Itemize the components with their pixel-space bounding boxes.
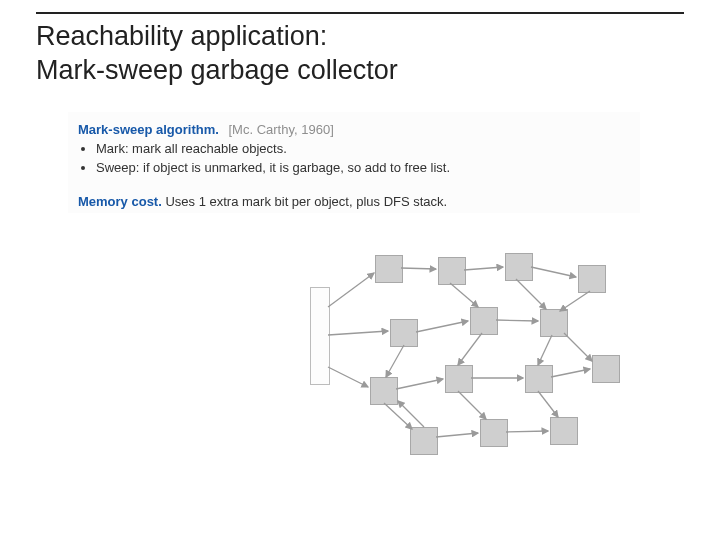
graph-node <box>470 307 498 335</box>
svg-line-6 <box>450 283 478 307</box>
algorithm-heading: Mark-sweep algorithm. [Mc. Carthy, 1960] <box>78 122 630 137</box>
root-rect <box>310 287 330 385</box>
svg-line-8 <box>560 291 590 311</box>
svg-line-13 <box>538 335 552 365</box>
svg-line-18 <box>384 403 412 429</box>
svg-line-9 <box>416 321 468 332</box>
graph-node <box>592 355 620 383</box>
graph-node <box>390 319 418 347</box>
title-line-2: Mark-sweep garbage collector <box>36 54 684 88</box>
svg-line-17 <box>551 369 590 377</box>
graph-node <box>525 365 553 393</box>
mark-text: mark all reachable objects. <box>129 141 287 156</box>
svg-line-22 <box>506 431 548 432</box>
svg-line-21 <box>436 433 478 437</box>
title-line-1: Reachability application: <box>36 20 684 54</box>
graph-node <box>438 257 466 285</box>
title-block: Reachability application: Mark-sweep gar… <box>36 12 684 88</box>
sweep-prefix: Sweep: <box>96 160 139 175</box>
svg-line-11 <box>386 345 404 377</box>
graph-node <box>445 365 473 393</box>
graph-node <box>505 253 533 281</box>
svg-line-23 <box>398 401 424 427</box>
graph-node <box>550 417 578 445</box>
svg-line-20 <box>538 391 558 417</box>
svg-line-0 <box>328 273 374 307</box>
svg-line-12 <box>458 333 482 365</box>
graph-node <box>578 265 606 293</box>
svg-line-5 <box>531 267 576 277</box>
graph-node <box>540 309 568 337</box>
slide: { "title": { "line1": "Reachability appl… <box>0 12 720 540</box>
svg-line-2 <box>328 367 368 387</box>
svg-line-19 <box>458 391 486 419</box>
graph-node <box>410 427 438 455</box>
algorithm-label: Mark-sweep algorithm. <box>78 122 219 137</box>
graph-node <box>375 255 403 283</box>
svg-line-1 <box>328 331 388 335</box>
svg-line-15 <box>396 379 443 389</box>
memory-label: Memory cost. <box>78 194 162 209</box>
content-box: Mark-sweep algorithm. [Mc. Carthy, 1960]… <box>68 112 640 213</box>
svg-line-10 <box>496 320 538 321</box>
algorithm-citation: [Mc. Carthy, 1960] <box>229 122 334 137</box>
memory-text: Uses 1 extra mark bit per object, plus D… <box>162 194 447 209</box>
memory-cost-line: Memory cost. Uses 1 extra mark bit per o… <box>78 194 630 209</box>
sweep-text: if object is unmarked, it is garbage, so… <box>139 160 450 175</box>
algorithm-bullets: Mark: mark all reachable objects. Sweep:… <box>78 140 630 178</box>
bullet-sweep: Sweep: if object is unmarked, it is garb… <box>96 159 630 178</box>
svg-line-7 <box>516 279 546 309</box>
bullet-mark: Mark: mark all reachable objects. <box>96 140 630 159</box>
graph-node <box>370 377 398 405</box>
svg-line-3 <box>401 268 436 269</box>
graph-node <box>480 419 508 447</box>
mark-prefix: Mark: <box>96 141 129 156</box>
object-graph-diagram <box>300 237 650 477</box>
svg-line-4 <box>464 267 503 270</box>
svg-line-14 <box>564 333 592 361</box>
